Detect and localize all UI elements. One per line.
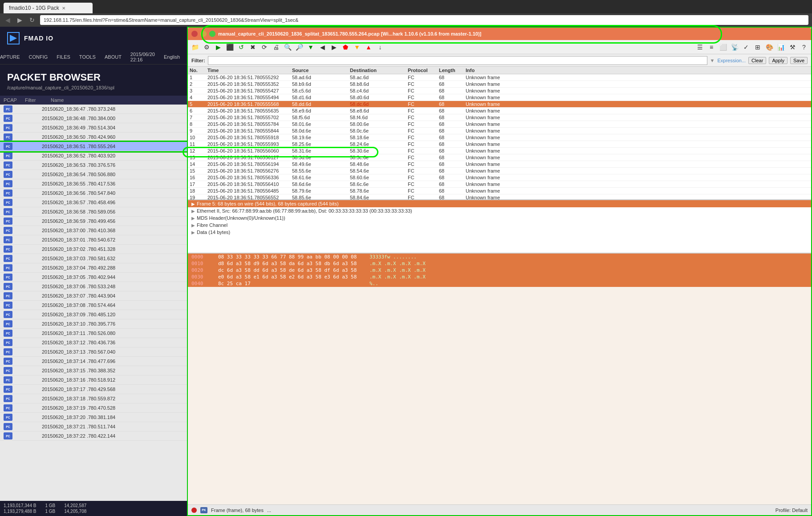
packet-row[interactable]: 16 2015-06-20 18:36:51.780556336 58.61.6… xyxy=(188,174,811,181)
file-row[interactable]: PC 20150620_18:37:13 .780.567.040 xyxy=(0,347,187,357)
ws-tool-capture-opts[interactable]: ⚙ xyxy=(201,42,212,52)
file-row[interactable]: PC 20150620_18:37:12 .780.436.736 xyxy=(0,338,187,347)
ws-tool-expand[interactable]: ⊞ xyxy=(752,42,763,52)
file-row[interactable]: PC 20150620_18:36:55 .780.417.536 xyxy=(0,179,187,189)
ws-tool-colorize2[interactable]: 🎨 xyxy=(764,42,775,52)
file-row[interactable]: PC 20150620_18:37:05 .780.402.944 xyxy=(0,273,187,282)
packet-row[interactable]: 18 2015-06-20 18:36:51.780556485 58.79.6… xyxy=(188,188,811,194)
ws-tool-packet-bytes[interactable]: ⬜ xyxy=(718,42,728,52)
packet-row[interactable]: 3 2015-06-20 18:36:51.780555427 58.c5.6d… xyxy=(188,88,811,94)
ws-tool-packet-list[interactable]: ☰ xyxy=(694,42,705,52)
detail-row[interactable]: ▶ Data (14 bytes) xyxy=(188,229,811,236)
file-row[interactable]: PC 20150620_18:37:07 .780.443.904 xyxy=(0,291,187,301)
ws-close-button[interactable] xyxy=(191,31,198,37)
forward-button[interactable]: ▶ xyxy=(16,16,24,24)
packet-row[interactable]: 15 2015-06-20 18:36:51.780556276 58.55.6… xyxy=(188,168,811,174)
packet-row[interactable]: 10 2015-06-20 18:36:51.780555918 58.19.6… xyxy=(188,134,811,141)
packet-row[interactable]: 17 2015-06-20 18:36:51.780556410 58.6d.6… xyxy=(188,181,811,188)
detail-row[interactable]: ▶ Frame 5: 68 bytes on wire (544 bits), … xyxy=(188,200,811,207)
active-tab[interactable]: fmadio10 - 10G Pack ✕ xyxy=(4,3,93,13)
detail-row[interactable]: ▶ MDS Header(Unknown(0)/Unknown(11)) xyxy=(188,214,811,222)
detail-row[interactable]: ▶ Ethernet II, Src: 66:77:88:99:aa:bb (6… xyxy=(188,207,811,214)
file-row[interactable]: PC 20150620_18:37:16 .780.518.912 xyxy=(0,375,187,385)
ws-tool-down-arrow[interactable]: ▼ xyxy=(352,42,362,52)
file-row[interactable]: PC 20150620_18:37:09 .780.485.120 xyxy=(0,310,187,319)
nav-capture[interactable]: CAPTURE xyxy=(0,54,20,60)
file-row[interactable]: PC 20150620_18:37:11 .780.526.080 xyxy=(0,329,187,338)
filter-clear-button[interactable]: Clear xyxy=(748,57,766,64)
ws-tool-zoom-in[interactable]: 🔎 xyxy=(294,42,304,52)
packet-row[interactable]: 5 2015-06-20 18:36:51.780555568 58.dd.6d… xyxy=(188,101,811,108)
ws-tool-close[interactable]: ✖ xyxy=(248,42,258,52)
file-row[interactable]: PC 20150620_18:36:50 .780.424.960 xyxy=(0,133,187,142)
ws-tool-packet-detail[interactable]: ≡ xyxy=(706,42,717,52)
ws-tool-export[interactable]: ↓ xyxy=(375,42,386,52)
packet-row[interactable]: 14 2015-06-20 18:36:51.780556194 58.49.6… xyxy=(188,161,811,168)
ws-tool-prefs[interactable]: ⚒ xyxy=(787,42,798,52)
filter-save-button[interactable]: Save xyxy=(790,57,808,64)
ws-maximize-button[interactable] xyxy=(209,31,215,37)
nav-config[interactable]: CONFIG xyxy=(29,54,48,60)
packet-row[interactable]: 8 2015-06-20 18:36:51.780555784 58.01.6e… xyxy=(188,121,811,128)
ws-tool-stop-capture[interactable]: ⬛ xyxy=(224,42,235,52)
packet-row[interactable]: 1 2015-06-20 18:36:51.780555292 58.ad.6d… xyxy=(188,74,811,81)
file-row[interactable]: PC 20150620_18:37:18 .780.559.872 xyxy=(0,394,187,403)
file-row[interactable]: PC 20150620_18:37:01 .780.540.672 xyxy=(0,235,187,245)
packet-row[interactable]: 11 2015-06-20 18:36:51.780555993 58.25.6… xyxy=(188,141,811,148)
file-row[interactable]: PC 20150620_18:37:20 .780.381.184 xyxy=(0,413,187,422)
file-row[interactable]: PC 20150620_18:37:06 .780.533.248 xyxy=(0,282,187,291)
file-row[interactable]: PC 20150620_18:37:19 .780.470.528 xyxy=(0,403,187,413)
reload-button[interactable]: ↻ xyxy=(28,16,37,24)
packet-row[interactable]: 2 2015-06-20 18:36:51.780555352 58.b9.6d… xyxy=(188,81,811,88)
file-row[interactable]: PC 20150620_18:37:10 .780.395.776 xyxy=(0,319,187,329)
back-button[interactable]: ◀ xyxy=(4,16,12,24)
tab-close-icon[interactable]: ✕ xyxy=(62,6,65,11)
nav-tools[interactable]: TOOLS xyxy=(79,54,96,60)
nav-files[interactable]: FILES xyxy=(57,54,70,60)
filter-apply-button[interactable]: Apply xyxy=(769,57,788,64)
ws-tool-prev[interactable]: ◀ xyxy=(317,42,328,52)
detail-row[interactable]: ▶ Fibre Channel xyxy=(188,222,811,229)
packet-row[interactable]: 7 2015-06-20 18:36:51.780555702 58.f5.6d… xyxy=(188,114,811,121)
file-row[interactable]: PC 20150620_18:37:22 .780.422.144 xyxy=(0,431,187,441)
ws-tool-stats[interactable]: 📊 xyxy=(775,42,786,52)
filter-input[interactable] xyxy=(208,56,707,65)
ws-tool-find[interactable]: 🔍 xyxy=(282,42,293,52)
file-row[interactable]: PC 20150620_18:36:48 .780.384.000 xyxy=(0,114,187,123)
ws-tool-wireless[interactable]: 📡 xyxy=(729,42,740,52)
ws-tool-up-arrow[interactable]: ▲ xyxy=(363,42,374,52)
file-row[interactable]: PC 20150620_18:37:03 .780.581.632 xyxy=(0,254,187,263)
file-row[interactable]: PC 20150620_18:37:08 .780.574.464 xyxy=(0,301,187,310)
packet-row[interactable]: 19 2015-06-20 18:36:51.780556552 58.85.6… xyxy=(188,194,811,200)
ws-tool-print[interactable]: 🖨 xyxy=(271,42,281,52)
file-row[interactable]: PC 20150620_18:37:02 .780.451.328 xyxy=(0,245,187,254)
file-row[interactable]: PC 20150620_18:36:51 .780.555.264 xyxy=(0,142,187,151)
file-row[interactable]: PC 20150620_18:37:21 .780.511.744 xyxy=(0,422,187,431)
packet-row[interactable]: 6 2015-06-20 18:36:51.780555635 58.e9.6d… xyxy=(188,108,811,114)
file-row[interactable]: PC 20150620_18:36:54 .780.506.880 xyxy=(0,170,187,179)
file-row[interactable]: PC 20150620_18:36:49 .780.514.304 xyxy=(0,123,187,133)
file-row[interactable]: PC 20150620_18:37:00 .780.410.368 xyxy=(0,226,187,235)
file-row[interactable]: PC 20150620_18:36:56 .780.547.840 xyxy=(0,189,187,198)
file-row[interactable]: PC 20150620_18:37:14 .780.477.696 xyxy=(0,357,187,366)
nav-lang[interactable]: English xyxy=(164,54,180,60)
ws-tool-reload[interactable]: ⟳ xyxy=(259,42,270,52)
file-row[interactable]: PC 20150620_18:36:58 .780.589.056 xyxy=(0,207,187,217)
file-row[interactable]: PC 20150620_18:36:47 .780.373.248 xyxy=(0,105,187,114)
ws-tool-colorize[interactable]: ⬟ xyxy=(340,42,351,52)
packet-row[interactable]: 13 2015-06-20 18:36:51.780556127 58.3d.6… xyxy=(188,154,811,161)
ws-tool-help[interactable]: ? xyxy=(799,42,809,52)
filter-expression-button[interactable]: Expression... xyxy=(718,58,746,63)
url-input[interactable]: 192.168.11.75/en.files.html?Fn=stime&Str… xyxy=(40,15,808,25)
packet-row[interactable]: 9 2015-06-20 18:36:51.780555844 58.0d.6e… xyxy=(188,128,811,134)
ws-tool-restart[interactable]: ↺ xyxy=(236,42,247,52)
packet-row[interactable]: 4 2015-06-20 18:36:51.780555494 58.d1.6d… xyxy=(188,94,811,101)
packet-row[interactable]: 12 2015-06-20 18:36:51.780556060 58.31.6… xyxy=(188,148,811,154)
file-row[interactable]: PC 20150620_18:36:57 .780.458.496 xyxy=(0,198,187,207)
ws-tool-open[interactable]: 📁 xyxy=(190,42,200,52)
file-row[interactable]: PC 20150620_18:36:53 .780.376.576 xyxy=(0,161,187,170)
ws-tool-zoom-out[interactable]: ▼ xyxy=(305,42,316,52)
ws-tool-start-capture[interactable]: ▶ xyxy=(213,42,223,52)
file-row[interactable]: PC 20150620_18:37:17 .780.429.568 xyxy=(0,385,187,394)
file-row[interactable]: PC 20150620_18:37:15 .780.388.352 xyxy=(0,366,187,375)
